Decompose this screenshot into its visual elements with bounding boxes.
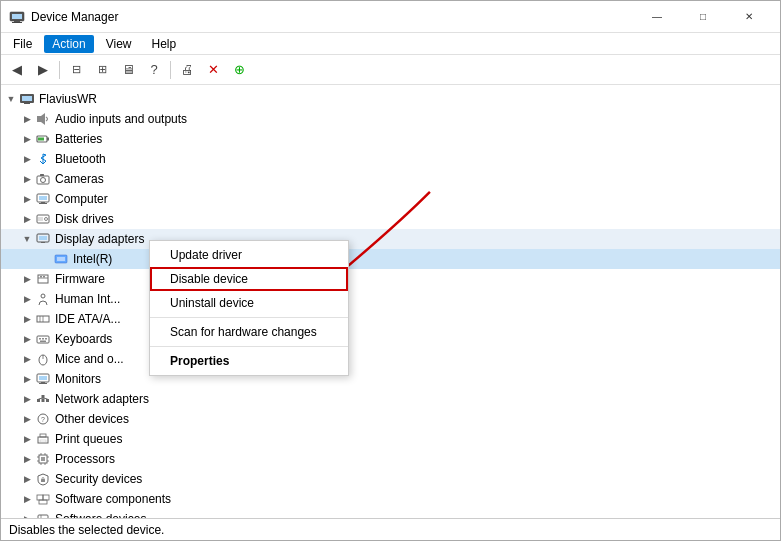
- toolbar-help[interactable]: ?: [142, 58, 166, 82]
- chevron-mice: ▶: [19, 351, 35, 367]
- display-adapters-label: Display adapters: [55, 232, 144, 246]
- list-item[interactable]: ▶ IDE ATA/A...: [1, 309, 780, 329]
- ctx-scan-hardware[interactable]: Scan for hardware changes: [150, 320, 348, 344]
- root-icon: [19, 91, 35, 107]
- chevron-batteries: ▶: [19, 131, 35, 147]
- toolbar-forward[interactable]: ▶: [31, 58, 55, 82]
- human-label: Human Int...: [55, 292, 120, 306]
- disk-label: Disk drives: [55, 212, 114, 226]
- list-item[interactable]: ▶ Monitors: [1, 369, 780, 389]
- svg-text:?: ?: [41, 416, 45, 423]
- svg-rect-10: [47, 138, 49, 141]
- svg-rect-39: [40, 341, 46, 343]
- toolbar-add[interactable]: ⊕: [227, 58, 251, 82]
- toolbar-back[interactable]: ◀: [5, 58, 29, 82]
- chevron-sw-devices: ▶: [19, 511, 35, 518]
- list-item[interactable]: ▶ Security devices: [1, 469, 780, 489]
- chevron-sw-components: ▶: [19, 491, 35, 507]
- toolbar-computer[interactable]: 🖥: [116, 58, 140, 82]
- svg-rect-3: [12, 22, 22, 23]
- ctx-sep-1: [150, 317, 348, 318]
- list-item[interactable]: ▶ Audio inputs and outputs: [1, 109, 780, 129]
- firmware-icon: [35, 271, 51, 287]
- list-item[interactable]: ▶ ? Other devices: [1, 409, 780, 429]
- firmware-label: Firmware: [55, 272, 105, 286]
- svg-rect-30: [43, 276, 45, 278]
- list-item[interactable]: ▶ Batteries: [1, 129, 780, 149]
- svg-rect-71: [43, 495, 49, 500]
- svg-point-13: [41, 178, 46, 183]
- chevron-print: ▶: [19, 431, 35, 447]
- menu-view[interactable]: View: [98, 35, 140, 53]
- list-item[interactable]: ▶ Human Int...: [1, 289, 780, 309]
- list-item[interactable]: ▶ Cameras: [1, 169, 780, 189]
- toolbar-properties[interactable]: ⊟: [64, 58, 88, 82]
- title-bar-controls: — □ ✕: [634, 1, 772, 33]
- sw-components-label: Software components: [55, 492, 171, 506]
- disk-icon: [35, 211, 51, 227]
- chevron-processors: ▶: [19, 451, 35, 467]
- chevron-monitors: ▶: [19, 371, 35, 387]
- ctx-disable-device[interactable]: Disable device: [150, 267, 348, 291]
- svg-rect-57: [40, 440, 46, 442]
- list-item[interactable]: ▼ Display adapters: [1, 229, 780, 249]
- svg-marker-8: [41, 113, 45, 125]
- audio-icon: [35, 111, 51, 127]
- keyboards-icon: [35, 331, 51, 347]
- list-item[interactable]: ▶ Intel(R): [1, 249, 780, 269]
- monitors-label: Monitors: [55, 372, 101, 386]
- svg-point-20: [45, 218, 48, 221]
- device-tree[interactable]: ▼ FlaviusWR ▶ Audio inputs and outputs: [1, 85, 780, 518]
- close-button[interactable]: ✕: [726, 1, 772, 33]
- computer-label: Computer: [55, 192, 108, 206]
- list-item[interactable]: ▶ Computer: [1, 189, 780, 209]
- svg-rect-46: [37, 399, 40, 402]
- list-item[interactable]: ▶ Software devices: [1, 509, 780, 518]
- svg-rect-70: [37, 495, 43, 500]
- svg-rect-7: [37, 116, 41, 122]
- list-item[interactable]: ▶ Network adapters: [1, 389, 780, 409]
- toolbar-uninstall[interactable]: ✕: [201, 58, 225, 82]
- network-label: Network adapters: [55, 392, 149, 406]
- ctx-update-driver[interactable]: Update driver: [150, 243, 348, 267]
- list-item[interactable]: ▶ Print queues: [1, 429, 780, 449]
- tree-root[interactable]: ▼ FlaviusWR: [1, 89, 780, 109]
- svg-rect-37: [42, 338, 44, 340]
- menu-help[interactable]: Help: [144, 35, 185, 53]
- title-bar: Device Manager — □ ✕: [1, 1, 780, 33]
- mice-icon: [35, 351, 51, 367]
- list-item[interactable]: ▶ Firmware: [1, 269, 780, 289]
- chevron-computer: ▶: [19, 191, 35, 207]
- list-item[interactable]: ▶ Disk drives: [1, 209, 780, 229]
- toolbar: ◀ ▶ ⊟ ⊞ 🖥 ? 🖨 ✕ ⊕: [1, 55, 780, 85]
- svg-rect-6: [24, 103, 30, 104]
- ctx-uninstall-device[interactable]: Uninstall device: [150, 291, 348, 315]
- list-item[interactable]: ▶ Mice and o...: [1, 349, 780, 369]
- list-item[interactable]: ▶ Keyboards: [1, 329, 780, 349]
- maximize-button[interactable]: □: [680, 1, 726, 33]
- chevron-audio: ▶: [19, 111, 35, 127]
- chevron-network: ▶: [19, 391, 35, 407]
- sw-devices-icon: [35, 511, 51, 518]
- svg-rect-18: [39, 203, 47, 204]
- list-item[interactable]: ▶ Bluetooth: [1, 149, 780, 169]
- intel-icon: [53, 251, 69, 267]
- menu-action[interactable]: Action: [44, 35, 93, 53]
- sw-components-icon: [35, 491, 51, 507]
- svg-rect-17: [41, 202, 45, 203]
- svg-rect-36: [39, 338, 41, 340]
- print-icon: [35, 431, 51, 447]
- app-icon: [9, 9, 25, 25]
- ctx-properties[interactable]: Properties: [150, 349, 348, 373]
- svg-rect-29: [40, 276, 42, 278]
- title-bar-left: Device Manager: [9, 9, 118, 25]
- list-item[interactable]: ▶ Processors: [1, 449, 780, 469]
- menu-bar: File Action View Help: [1, 33, 780, 55]
- toolbar-print[interactable]: 🖨: [175, 58, 199, 82]
- list-item[interactable]: ▶ Software components: [1, 489, 780, 509]
- menu-file[interactable]: File: [5, 35, 40, 53]
- svg-rect-59: [41, 457, 45, 461]
- minimize-button[interactable]: —: [634, 1, 680, 33]
- toolbar-scan[interactable]: ⊞: [90, 58, 114, 82]
- svg-rect-11: [38, 138, 44, 141]
